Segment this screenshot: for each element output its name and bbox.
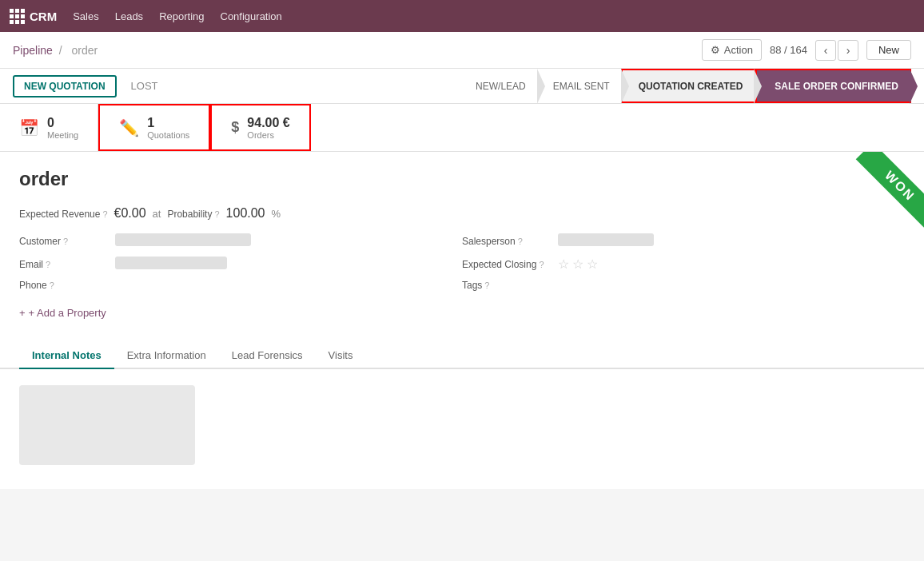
form-right: Salesperson ? Expected Closing ? ☆ ☆ xyxy=(462,233,905,299)
customer-blurred xyxy=(115,233,251,246)
new-quotation-button[interactable]: NEW QUOTATION xyxy=(13,75,117,97)
meeting-label: Meeting xyxy=(47,130,78,140)
priority-stars: ☆ ☆ ☆ xyxy=(558,257,598,272)
email-label: Email ? xyxy=(19,259,107,270)
pipeline-stages: NEW/LEAD EMAIL SENT QUOTATION CREATED SA… xyxy=(460,69,911,103)
star-3[interactable]: ☆ xyxy=(587,257,598,272)
nav-arrows: ‹ › xyxy=(815,40,858,61)
nav-sales[interactable]: Sales xyxy=(73,10,99,22)
customer-help-icon[interactable]: ? xyxy=(63,237,68,246)
nav-reporting[interactable]: Reporting xyxy=(159,10,204,22)
form-content: order Expected Revenue ? €0.00 at Probab… xyxy=(0,152,924,335)
action-label: Action xyxy=(724,44,753,56)
tab-content-internal-notes xyxy=(0,369,924,489)
phone-label: Phone ? xyxy=(19,280,107,291)
quotations-count: 1 xyxy=(147,116,189,130)
form-area: WON order Expected Revenue ? €0.00 at Pr… xyxy=(0,152,924,489)
plus-icon: + xyxy=(19,307,26,319)
tags-help-icon[interactable]: ? xyxy=(484,280,489,290)
expected-revenue-value: €0.00 xyxy=(114,206,146,221)
status-bar: NEW QUOTATION LOST NEW/LEAD EMAIL SENT Q… xyxy=(0,69,924,104)
customer-value[interactable] xyxy=(115,233,430,249)
expected-closing-row: Expected Closing ? ☆ ☆ ☆ xyxy=(462,257,873,272)
action-right: ⚙ Action 88 / 164 ‹ › New xyxy=(702,39,911,61)
stage-sale-confirmed[interactable]: SALE ORDER CONFIRMED xyxy=(755,69,911,103)
top-navigation: CRM Sales Leads Reporting Configuration xyxy=(0,0,924,32)
form-left: Customer ? Email ? xyxy=(19,233,462,299)
nav-count: 88 / 164 xyxy=(770,44,807,56)
salesperson-row: Salesperson ? xyxy=(462,233,873,249)
stage-quotation-created[interactable]: QUOTATION CREATED xyxy=(621,69,756,103)
notes-blurred-content xyxy=(19,385,195,465)
star-1[interactable]: ☆ xyxy=(558,257,569,272)
nav-next-button[interactable]: › xyxy=(838,40,858,61)
stage-email-sent[interactable]: EMAIL SENT xyxy=(537,69,621,103)
stage-new-lead[interactable]: NEW/LEAD xyxy=(460,69,537,103)
quotations-button[interactable]: ✏️ 1 Quotations xyxy=(98,104,210,151)
salesperson-label: Salesperson ? xyxy=(462,236,550,247)
expected-closing-help-icon[interactable]: ? xyxy=(539,260,544,269)
expected-revenue-help-icon[interactable]: ? xyxy=(102,209,107,219)
email-row: Email ? xyxy=(19,257,430,272)
email-blurred xyxy=(115,257,227,269)
edit-icon: ✏️ xyxy=(119,118,139,137)
form-grid: Customer ? Email ? xyxy=(19,233,905,299)
lost-button[interactable]: LOST xyxy=(125,76,165,96)
nav-configuration[interactable]: Configuration xyxy=(221,10,282,22)
breadcrumb: Pipeline / order xyxy=(13,44,101,57)
probability-value: 100.00 xyxy=(226,206,265,221)
add-property-button[interactable]: + + Add a Property xyxy=(19,307,106,319)
expected-closing-label: Expected Closing ? xyxy=(462,259,550,270)
grid-icon xyxy=(10,9,25,24)
nav-prev-button[interactable]: ‹ xyxy=(815,40,836,61)
email-value[interactable] xyxy=(115,257,430,272)
revenue-group: Expected Revenue ? €0.00 at Probability … xyxy=(19,206,905,221)
tab-extra-information[interactable]: Extra Information xyxy=(114,343,219,369)
tags-label: Tags ? xyxy=(462,280,550,291)
tab-lead-forensics[interactable]: Lead Forensics xyxy=(219,343,316,369)
customer-label: Customer ? xyxy=(19,236,107,247)
gear-icon: ⚙ xyxy=(711,44,720,56)
action-bar: Pipeline / order ⚙ Action 88 / 164 ‹ › N… xyxy=(0,32,924,69)
status-bar-left: NEW QUOTATION LOST xyxy=(13,75,165,97)
salesperson-help-icon[interactable]: ? xyxy=(518,237,523,246)
dollar-icon: $ xyxy=(231,119,239,136)
tabs-bar: Internal Notes Extra Information Lead Fo… xyxy=(0,343,924,369)
new-button[interactable]: New xyxy=(866,40,911,60)
star-2[interactable]: ☆ xyxy=(572,257,583,272)
meeting-count: 0 xyxy=(47,116,78,130)
email-help-icon[interactable]: ? xyxy=(46,260,50,269)
orders-button[interactable]: $ 94.00 € Orders xyxy=(210,104,310,151)
phone-row: Phone ? xyxy=(19,280,430,291)
app-logo[interactable]: CRM xyxy=(10,9,57,24)
tab-visits[interactable]: Visits xyxy=(316,343,366,369)
probability-label: Probability ? xyxy=(167,209,219,220)
quotations-label: Quotations xyxy=(147,130,189,140)
nav-leads[interactable]: Leads xyxy=(115,10,143,22)
action-button[interactable]: ⚙ Action xyxy=(702,39,762,61)
calendar-icon: 📅 xyxy=(19,118,39,137)
orders-count: 94.00 € xyxy=(247,116,289,130)
smart-buttons-spacer xyxy=(311,104,924,151)
breadcrumb-separator: / xyxy=(59,44,62,57)
probability-help-icon[interactable]: ? xyxy=(214,209,219,219)
record-title: order xyxy=(19,168,905,190)
meeting-button[interactable]: 📅 0 Meeting xyxy=(0,104,98,151)
salesperson-blurred xyxy=(558,233,654,246)
tags-row: Tags ? xyxy=(462,280,873,291)
breadcrumb-pipeline[interactable]: Pipeline xyxy=(13,44,53,57)
breadcrumb-current: order xyxy=(72,44,98,57)
tab-internal-notes[interactable]: Internal Notes xyxy=(19,343,114,369)
phone-help-icon[interactable]: ? xyxy=(50,280,54,290)
app-name: CRM xyxy=(30,10,57,23)
salesperson-value[interactable] xyxy=(558,233,873,249)
probability-pct: % xyxy=(272,208,281,220)
smart-buttons-bar: 📅 0 Meeting ✏️ 1 Quotations $ 94.00 € Or… xyxy=(0,104,924,152)
orders-label: Orders xyxy=(247,130,289,140)
at-label: at xyxy=(153,208,161,220)
expected-revenue-label: Expected Revenue ? xyxy=(19,209,108,220)
customer-row: Customer ? xyxy=(19,233,430,249)
